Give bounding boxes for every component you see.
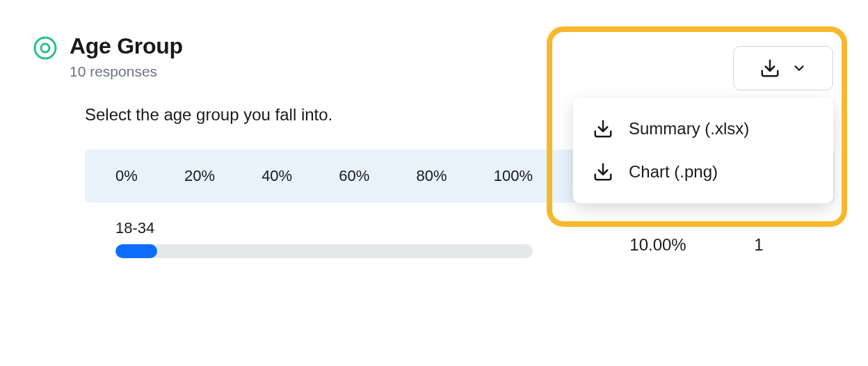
axis-tick: 80%	[417, 167, 447, 185]
download-button[interactable]	[733, 46, 833, 90]
dropdown-label: Summary (.xlsx)	[629, 119, 749, 138]
axis-tick: 0%	[115, 167, 138, 185]
dropdown-item-chart[interactable]: Chart (.png)	[573, 150, 833, 193]
svg-point-1	[41, 44, 49, 52]
download-icon	[760, 58, 780, 79]
table-row: 18-34 10.00% 1	[85, 202, 835, 258]
question-card: Age Group 10 responses Select the age gr…	[0, 0, 868, 366]
cell-percent: 10.00%	[602, 223, 714, 255]
cell-count: 1	[714, 223, 804, 255]
axis-labels: 0% 20% 40% 60% 80% 100%	[115, 167, 533, 185]
chevron-down-icon	[791, 61, 807, 76]
bar-fill	[115, 244, 157, 258]
bar-track	[115, 244, 533, 258]
title-block: Age Group 10 responses	[70, 33, 835, 80]
responses-count: 10 responses	[70, 63, 835, 80]
axis-tick: 100%	[494, 167, 533, 185]
bar-cell: 18-34	[115, 219, 533, 258]
axis-tick: 60%	[339, 167, 369, 185]
dropdown-label: Chart (.png)	[629, 162, 718, 182]
dropdown-item-summary[interactable]: Summary (.xlsx)	[573, 107, 833, 150]
download-icon	[593, 118, 613, 139]
download-dropdown: Summary (.xlsx) Chart (.png)	[573, 97, 833, 203]
download-icon	[593, 161, 613, 182]
radio-icon	[33, 36, 57, 60]
question-title: Age Group	[70, 33, 835, 59]
row-label: 18-34	[115, 219, 533, 237]
axis-tick: 40%	[262, 167, 292, 185]
axis-tick: 20%	[184, 167, 215, 185]
card-header: Age Group 10 responses	[33, 33, 835, 80]
svg-point-0	[35, 38, 56, 58]
